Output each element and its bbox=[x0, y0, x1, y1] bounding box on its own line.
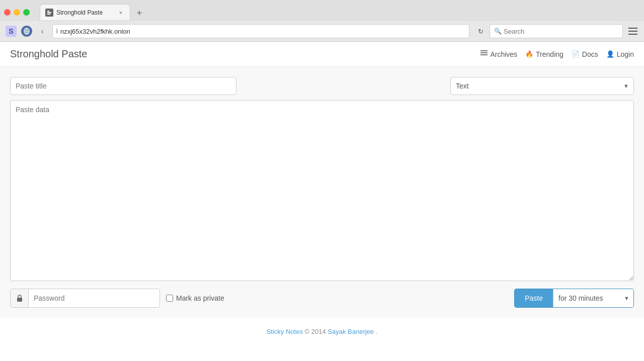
svg-rect-7 bbox=[628, 34, 637, 35]
format-select[interactable]: Text Plain Text C C++ Python JavaScript … bbox=[450, 77, 634, 95]
new-tab-button[interactable]: + bbox=[132, 6, 146, 20]
login-nav-link[interactable]: 👤 Login bbox=[606, 50, 634, 58]
docs-nav-link[interactable]: 📄 Docs bbox=[572, 50, 598, 58]
docs-label: Docs bbox=[582, 50, 598, 58]
private-checkbox[interactable] bbox=[166, 295, 173, 302]
footer-year: © 2014 bbox=[305, 328, 326, 335]
lock-icon bbox=[11, 289, 29, 307]
svg-rect-10 bbox=[480, 54, 488, 55]
browser-tab[interactable]: Stronghold Paste × bbox=[40, 4, 130, 20]
search-icon: 🔍 bbox=[494, 28, 502, 35]
browser-chrome: Stronghold Paste × + S ‹ ℹ bbox=[0, 0, 644, 42]
info-icon: ℹ bbox=[56, 28, 58, 35]
trending-icon: 🔥 bbox=[525, 50, 533, 58]
minimize-window-button[interactable] bbox=[14, 9, 20, 16]
private-label[interactable]: Mark as private bbox=[176, 294, 224, 302]
expiry-select[interactable]: for 30 minutes for 1 hour for 6 hours fo… bbox=[553, 289, 633, 307]
password-group bbox=[10, 289, 160, 308]
nav-bar: S ‹ ℹ ↻ 🔍 bbox=[0, 21, 644, 41]
format-select-wrap: Text Plain Text C C++ Python JavaScript … bbox=[450, 77, 634, 95]
paste-action-group: Paste for 30 minutes for 1 hour for 6 ho… bbox=[514, 289, 634, 308]
address-bar[interactable] bbox=[60, 28, 466, 35]
address-bar-wrap[interactable]: ℹ bbox=[52, 24, 469, 38]
login-label: Login bbox=[617, 50, 634, 58]
tor-s-icon: S bbox=[4, 24, 18, 38]
archives-icon bbox=[480, 50, 488, 58]
tab-bar: Stronghold Paste × + bbox=[40, 4, 640, 20]
form-bottom-row: Mark as private Paste for 30 minutes for… bbox=[10, 289, 634, 308]
site-title: Stronghold Paste bbox=[10, 48, 480, 60]
password-input[interactable] bbox=[29, 289, 159, 307]
site-footer: Sticky Notes © 2014 Sayak Banerjee . bbox=[0, 318, 644, 345]
main-area: Text Plain Text C C++ Python JavaScript … bbox=[0, 67, 644, 318]
tor-onion-icon bbox=[21, 26, 32, 37]
user-icon: 👤 bbox=[606, 50, 614, 58]
archives-nav-link[interactable]: Archives bbox=[480, 50, 517, 58]
title-bar: Stronghold Paste × + bbox=[0, 0, 644, 21]
paste-button-group: Paste for 30 minutes for 1 hour for 6 ho… bbox=[514, 289, 634, 308]
svg-rect-8 bbox=[480, 50, 488, 51]
search-bar-wrap[interactable]: 🔍 bbox=[490, 24, 623, 38]
expiry-select-wrap: for 30 minutes for 1 hour for 6 hours fo… bbox=[553, 289, 633, 307]
svg-rect-6 bbox=[628, 31, 637, 32]
reload-button[interactable]: ↻ bbox=[474, 25, 487, 37]
navigation-buttons: ‹ bbox=[35, 24, 49, 38]
site-nav: Archives 🔥 Trending 📄 Docs 👤 Login bbox=[480, 50, 634, 58]
search-input[interactable] bbox=[504, 28, 618, 35]
trending-nav-link[interactable]: 🔥 Trending bbox=[525, 50, 564, 58]
form-top-row: Text Plain Text C C++ Python JavaScript … bbox=[10, 77, 634, 95]
paste-button[interactable]: Paste bbox=[515, 289, 553, 307]
page-content: Stronghold Paste Archives 🔥 Trending 📄 bbox=[0, 42, 644, 361]
svg-rect-9 bbox=[480, 52, 488, 53]
window-controls bbox=[4, 9, 30, 16]
author-link[interactable]: Sayak Banerjee bbox=[328, 328, 374, 335]
tab-close-button[interactable]: × bbox=[117, 9, 125, 17]
paste-title-input[interactable] bbox=[10, 77, 236, 95]
svg-rect-11 bbox=[17, 298, 22, 302]
back-button[interactable]: ‹ bbox=[35, 24, 49, 38]
close-window-button[interactable] bbox=[4, 9, 11, 16]
tab-favicon bbox=[45, 9, 53, 17]
site-header: Stronghold Paste Archives 🔥 Trending 📄 bbox=[0, 42, 644, 67]
docs-icon: 📄 bbox=[572, 50, 580, 58]
paste-data-textarea[interactable] bbox=[10, 100, 634, 281]
svg-rect-5 bbox=[628, 28, 637, 29]
sticky-notes-link[interactable]: Sticky Notes bbox=[267, 328, 303, 335]
archives-label: Archives bbox=[490, 50, 517, 58]
tab-title: Stronghold Paste bbox=[56, 9, 114, 16]
footer-period: . bbox=[376, 328, 378, 335]
maximize-window-button[interactable] bbox=[23, 9, 30, 16]
hamburger-menu-button[interactable] bbox=[626, 24, 640, 38]
tor-icon-group bbox=[21, 26, 32, 37]
trending-label: Trending bbox=[536, 50, 564, 58]
private-check-wrap: Mark as private bbox=[166, 294, 508, 302]
